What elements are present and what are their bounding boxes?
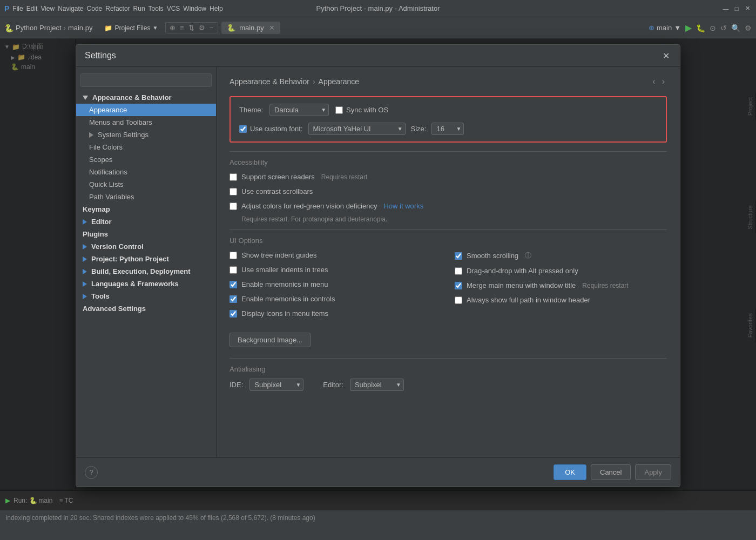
theme-font-box: Theme: Darcula IntelliJ Light High Contr… bbox=[230, 96, 667, 143]
project-icon: 🐍 bbox=[4, 24, 14, 32]
sidebar-item-notifications[interactable]: Notifications bbox=[76, 166, 216, 178]
merge-menu-note: Requires restart bbox=[582, 282, 628, 289]
minimize-button[interactable]: — bbox=[721, 4, 730, 13]
keymap-header[interactable]: Keymap bbox=[76, 203, 216, 215]
languages-header[interactable]: Languages & Frameworks bbox=[76, 278, 216, 290]
editor-expand-icon bbox=[83, 219, 87, 225]
bg-image-button[interactable]: Background Image... bbox=[230, 333, 310, 347]
build-header[interactable]: Build, Execution, Deployment bbox=[76, 265, 216, 278]
coverage-icon[interactable]: ⊙ bbox=[710, 24, 716, 32]
smooth-scrolling-info-icon[interactable]: ⓘ bbox=[525, 251, 531, 260]
toolbar-icon-4[interactable]: ⚙ bbox=[197, 24, 207, 32]
toolbar-icon-1[interactable]: ⊕ bbox=[168, 24, 177, 32]
project-files-btn[interactable]: 📁 Project Files ▼ bbox=[100, 23, 162, 33]
debug-icon[interactable]: 🐛 bbox=[696, 24, 705, 32]
editor-antialias-select[interactable]: Subpixel Grayscale None bbox=[350, 379, 404, 391]
breadcrumb: Appearance & Behavior › Appearance ‹ › bbox=[230, 76, 667, 87]
sidebar-item-menus-toolbars[interactable]: Menus and Toolbars bbox=[76, 116, 216, 129]
font-name-wrapper: Microsoft YaHei UI Arial Consolas ▼ bbox=[308, 123, 406, 135]
font-name-select[interactable]: Microsoft YaHei UI Arial Consolas bbox=[308, 123, 406, 135]
enable-mnemonics-menu-checkbox[interactable] bbox=[230, 281, 237, 288]
show-tree-guides-row: Show tree indent guides bbox=[230, 250, 442, 260]
display-icons-checkbox[interactable] bbox=[230, 310, 237, 318]
cancel-button[interactable]: Cancel bbox=[591, 464, 631, 480]
settings-search-input[interactable] bbox=[80, 73, 212, 87]
search-icon[interactable]: 🔍 bbox=[731, 24, 740, 32]
show-tree-guides-checkbox[interactable] bbox=[230, 252, 237, 259]
tc-tab[interactable]: ≡ TC bbox=[59, 497, 73, 504]
close-button[interactable]: ✕ bbox=[743, 4, 752, 13]
vcs-widget[interactable]: ⊛ main ▼ bbox=[649, 24, 681, 32]
run-bar: ▶ Run: 🐍 main ≡ TC bbox=[0, 490, 756, 510]
font-size-select[interactable]: 16 12 14 18 bbox=[431, 123, 464, 135]
help-button[interactable]: ? bbox=[85, 466, 98, 479]
screen-readers-label: Support screen readers bbox=[241, 173, 315, 181]
run-icon[interactable]: ▶ bbox=[685, 23, 692, 33]
display-icons-row: Display icons in menu items bbox=[230, 308, 442, 319]
breadcrumb-child: Appearance bbox=[319, 77, 360, 86]
breadcrumb-parent: Appearance & Behavior bbox=[230, 77, 309, 86]
ui-options-label: UI Options bbox=[230, 237, 667, 245]
sidebar-item-system-settings[interactable]: System Settings bbox=[76, 129, 216, 141]
sync-os-label[interactable]: Sync with OS bbox=[335, 106, 388, 114]
smaller-indents-label: Use smaller indents in trees bbox=[241, 266, 328, 274]
antialiasing-section: Antialiasing IDE: Subpixel Grayscale Non… bbox=[230, 365, 667, 391]
project-name[interactable]: Python Project bbox=[16, 24, 62, 32]
merge-menu-checkbox[interactable] bbox=[455, 282, 462, 289]
dnd-alt-row: Drag-and-drop with Alt pressed only bbox=[455, 266, 667, 276]
maximize-button[interactable]: □ bbox=[732, 4, 741, 13]
tools-expand-icon bbox=[83, 294, 87, 299]
how-it-works-link[interactable]: How it works bbox=[383, 202, 423, 210]
python-file-icon: 🐍 bbox=[227, 24, 235, 32]
toolbar-icon-3[interactable]: ⇅ bbox=[187, 24, 196, 32]
color-deficiency-checkbox[interactable] bbox=[230, 202, 237, 210]
active-file-tab[interactable]: 🐍 main.py ✕ bbox=[221, 22, 281, 34]
git-icon: ⊛ bbox=[649, 24, 654, 32]
nav-back-button[interactable]: ‹ bbox=[650, 76, 657, 87]
enable-mnemonics-controls-checkbox[interactable] bbox=[230, 295, 237, 303]
dialog-footer: ? OK Cancel Apply bbox=[76, 457, 680, 487]
custom-font-label[interactable]: Use custom font: bbox=[239, 125, 303, 133]
toolbar-icon-5[interactable]: − bbox=[208, 24, 215, 32]
dnd-alt-checkbox[interactable] bbox=[455, 267, 462, 275]
tools-header[interactable]: Tools bbox=[76, 290, 216, 302]
plugins-header[interactable]: Plugins bbox=[76, 228, 216, 240]
window-controls: — □ ✕ bbox=[721, 4, 752, 13]
editor-header[interactable]: Editor bbox=[76, 215, 216, 228]
theme-select[interactable]: Darcula IntelliJ Light High Contrast bbox=[269, 104, 329, 116]
full-path-checkbox[interactable] bbox=[455, 296, 462, 304]
ui-options-left: Show tree indent guides Use smaller inde… bbox=[230, 250, 442, 323]
profile-icon[interactable]: ↺ bbox=[720, 24, 727, 32]
contrast-scrollbars-checkbox[interactable] bbox=[230, 188, 237, 195]
sidebar-item-quick-lists[interactable]: Quick Lists bbox=[76, 178, 216, 191]
nav-forward-button[interactable]: › bbox=[660, 76, 667, 87]
full-path-label: Always show full path in window header bbox=[467, 296, 590, 304]
ok-button[interactable]: OK bbox=[554, 464, 586, 480]
sidebar-item-file-colors[interactable]: File Colors bbox=[76, 141, 216, 153]
antialiasing-label: Antialiasing bbox=[230, 365, 667, 373]
ide-antialias-select[interactable]: Subpixel Grayscale None bbox=[249, 379, 303, 391]
dialog-close-button[interactable]: ✕ bbox=[660, 50, 671, 61]
theme-label: Theme: bbox=[239, 106, 263, 114]
advanced-settings-header[interactable]: Advanced Settings bbox=[76, 302, 216, 315]
apply-button[interactable]: Apply bbox=[635, 464, 671, 480]
main-file-tab[interactable]: main.py bbox=[68, 24, 93, 32]
sidebar-item-scopes[interactable]: Scopes bbox=[76, 153, 216, 166]
accessibility-section: Accessibility Support screen readers Req… bbox=[230, 158, 667, 223]
appearance-behavior-header[interactable]: Appearance & Behavior bbox=[76, 91, 216, 104]
run-icon-small[interactable]: ▶ bbox=[5, 497, 10, 504]
sidebar-item-appearance[interactable]: Appearance bbox=[76, 104, 216, 116]
sidebar-item-path-variables[interactable]: Path Variables bbox=[76, 191, 216, 203]
smaller-indents-checkbox[interactable] bbox=[230, 266, 237, 274]
version-control-header[interactable]: Version Control bbox=[76, 240, 216, 253]
custom-font-checkbox[interactable] bbox=[239, 125, 247, 133]
toolbar-icon-2[interactable]: ≡ bbox=[178, 24, 186, 32]
title-bar-menu-code: Code bbox=[87, 5, 103, 12]
settings-icon[interactable]: ⚙ bbox=[745, 24, 752, 32]
screen-readers-checkbox[interactable] bbox=[230, 173, 237, 181]
tab-close-icon[interactable]: ✕ bbox=[269, 24, 275, 32]
status-text: Indexing completed in 20 sec. Shared ind… bbox=[5, 514, 315, 522]
sync-os-checkbox[interactable] bbox=[335, 106, 343, 114]
project-header[interactable]: Project: Python Project bbox=[76, 253, 216, 265]
smooth-scrolling-checkbox[interactable] bbox=[455, 252, 462, 260]
